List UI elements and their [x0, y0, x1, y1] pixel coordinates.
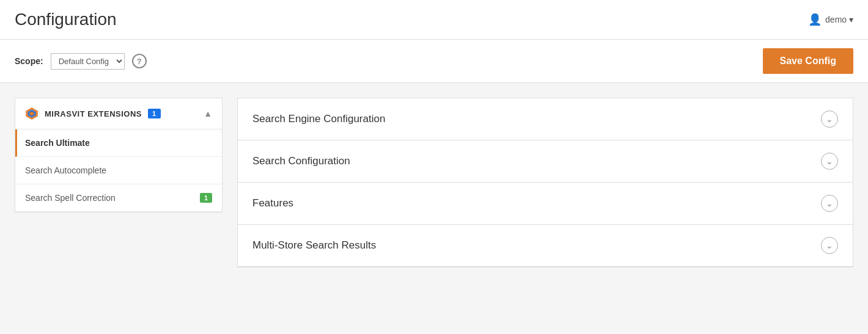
help-icon[interactable]: ?: [132, 54, 147, 68]
sidebar-item-badge: 1: [200, 193, 212, 203]
accordion-item-features: Features ⌄: [238, 183, 853, 225]
user-name: demo ▾: [825, 15, 853, 24]
accordion-item-search-engine-configuration: Search Engine Configuration ⌄: [238, 98, 853, 140]
accordion-header-features[interactable]: Features ⌄: [238, 183, 853, 224]
sidebar-section-title: MIRASVIT EXTENSIONS 1: [25, 107, 161, 120]
main-content: MIRASVIT EXTENSIONS 1 ▲ Search Ultimate …: [0, 83, 868, 282]
accordion-item-multi-store: Multi-Store Search Results ⌄: [238, 225, 853, 267]
user-menu[interactable]: 👤 demo ▾: [808, 13, 853, 26]
accordion-header-multi-store[interactable]: Multi-Store Search Results ⌄: [238, 225, 853, 266]
accordion-header-search-engine[interactable]: Search Engine Configuration ⌄: [238, 98, 853, 140]
sidebar-item-search-ultimate[interactable]: Search Ultimate: [15, 129, 222, 157]
sidebar-collapse-icon: ▲: [204, 109, 212, 118]
sidebar-section-badge: 1: [148, 109, 161, 118]
scope-label: Scope:: [15, 56, 43, 66]
scope-selector[interactable]: Default Config: [51, 53, 125, 70]
scope-dropdown[interactable]: Default Config: [51, 53, 125, 70]
save-config-button[interactable]: Save Config: [763, 48, 853, 74]
accordion-title: Search Engine Configuration: [252, 113, 385, 125]
content-area: Search Engine Configuration ⌄ Search Con…: [237, 98, 853, 267]
sidebar-item-label: Search Autocomplete: [25, 165, 212, 175]
mirasvit-logo-icon: [25, 107, 39, 120]
sidebar-section-header[interactable]: MIRASVIT EXTENSIONS 1 ▲: [15, 98, 222, 129]
accordion-header-search-config[interactable]: Search Configuration ⌄: [238, 140, 853, 182]
accordion-chevron-icon: ⌄: [821, 237, 838, 254]
page-title: Configuration: [15, 10, 117, 29]
page-header: Configuration 👤 demo ▾: [0, 0, 868, 40]
accordion-chevron-icon: ⌄: [821, 111, 838, 128]
accordion-chevron-icon: ⌄: [821, 195, 838, 212]
sidebar-section-label: MIRASVIT EXTENSIONS: [45, 109, 142, 118]
accordion-chevron-icon: ⌄: [821, 153, 838, 170]
sidebar: MIRASVIT EXTENSIONS 1 ▲ Search Ultimate …: [15, 98, 223, 212]
scope-left: Scope: Default Config ?: [15, 53, 147, 70]
sidebar-item-search-autocomplete[interactable]: Search Autocomplete: [15, 157, 222, 184]
user-icon: 👤: [808, 13, 822, 26]
accordion-title: Search Configuration: [252, 155, 350, 167]
accordion-item-search-configuration: Search Configuration ⌄: [238, 140, 853, 183]
accordion-title: Features: [252, 197, 293, 209]
accordion-title: Multi-Store Search Results: [252, 239, 376, 252]
sidebar-item-label: Search Spell Correction: [25, 193, 200, 203]
sidebar-item-search-spell-correction[interactable]: Search Spell Correction 1: [15, 184, 222, 212]
scope-bar: Scope: Default Config ? Save Config: [0, 40, 868, 83]
sidebar-item-label: Search Ultimate: [25, 138, 212, 148]
